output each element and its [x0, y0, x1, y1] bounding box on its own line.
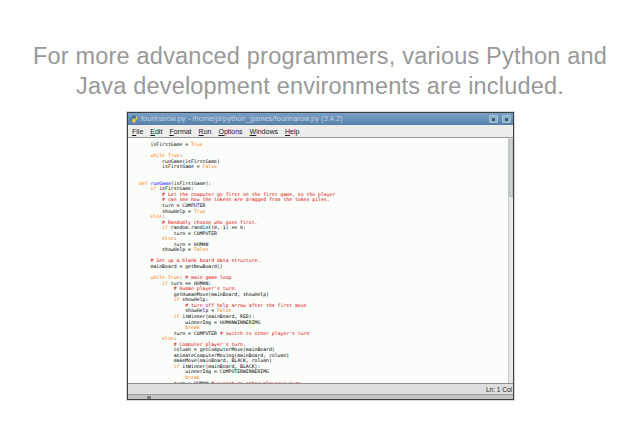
menu-file[interactable]: File	[132, 128, 143, 135]
menu-bar: FileEditFormatRunOptionsWindowsHelp	[128, 125, 513, 138]
code-line: turn = HUMAN # switch to other player's …	[139, 381, 505, 383]
window-resize-grip[interactable]	[147, 396, 151, 399]
idle-editor-window[interactable]: fourinarow.py - /home/pi/python_games/fo…	[127, 112, 514, 400]
menu-windows[interactable]: Windows	[250, 128, 278, 135]
page-heading: For more advanced programmers, various P…	[0, 41, 640, 101]
menu-edit[interactable]: Edit	[150, 128, 162, 135]
heading-line-2: Java development environments are includ…	[0, 71, 640, 101]
menu-format[interactable]: Format	[169, 128, 191, 135]
window-title: fourinarow.py - /home/pi/python_games/fo…	[141, 113, 485, 125]
close-icon	[505, 118, 508, 121]
code-editor-area[interactable]: isFirstGame = True while True: runGame(i…	[128, 138, 513, 383]
minimize-icon	[492, 118, 495, 121]
scrollbar-thumb[interactable]	[509, 139, 513, 197]
status-bar: Ln: 1 Col	[128, 383, 513, 394]
heading-line-1: For more advanced programmers, various P…	[0, 41, 640, 71]
status-line-col: Ln: 1 Col	[486, 386, 512, 393]
menu-options[interactable]: Options	[218, 128, 242, 135]
window-bottom-frame	[128, 394, 513, 399]
menu-help[interactable]: Help	[285, 128, 299, 135]
window-minimize-button[interactable]	[489, 115, 498, 123]
vertical-scrollbar[interactable]	[508, 138, 513, 383]
window-titlebar[interactable]: fourinarow.py - /home/pi/python_games/fo…	[128, 113, 513, 125]
menu-run[interactable]: Run	[199, 128, 212, 135]
python-icon	[130, 115, 138, 123]
window-close-button[interactable]	[502, 115, 511, 123]
